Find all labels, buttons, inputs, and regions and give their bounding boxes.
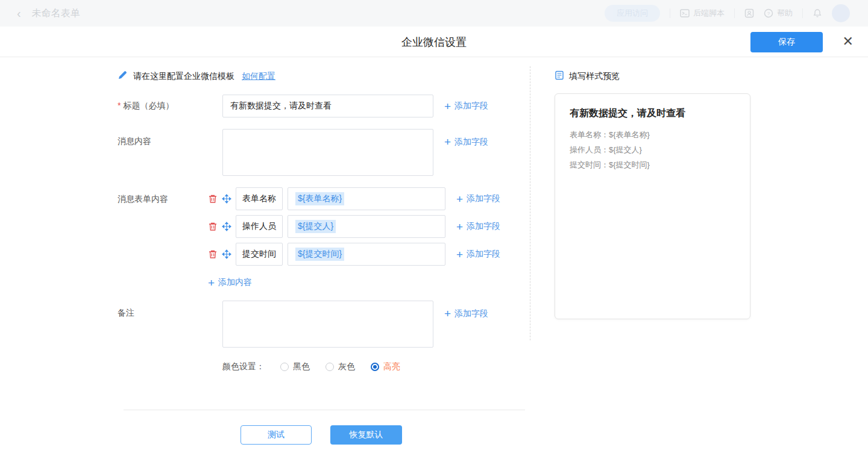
delete-icon[interactable] <box>208 222 218 231</box>
plus-icon: + <box>444 136 451 148</box>
plus-icon: + <box>444 308 451 319</box>
add-field-link-row2[interactable]: + 添加字段 <box>456 221 500 233</box>
field-row-1: ${表单名称} + 添加字段 <box>208 187 500 210</box>
field-value-input[interactable]: ${提交人} <box>288 215 445 238</box>
move-icon[interactable] <box>222 249 231 259</box>
preview-card: 有新数据提交，请及时查看 表单名称：${表单名称} 操作人员：${提交人} 提交… <box>555 93 750 319</box>
field-row-3: ${提交时间} + 添加字段 <box>208 243 500 266</box>
plus-icon: + <box>456 249 463 260</box>
preview-line: 表单名称：${表单名称} <box>570 127 735 142</box>
color-setting-row: 颜色设置： 黑色 灰色 高亮 <box>222 361 525 372</box>
modal-header: 企业微信设置 保存 ✕ <box>0 27 868 57</box>
how-to-configure-link[interactable]: 如何配置 <box>242 71 275 82</box>
help-button[interactable]: ? 帮助 <box>764 8 793 19</box>
test-button[interactable]: 测试 <box>241 425 312 445</box>
field-row-2: ${提交人} + 添加字段 <box>208 215 500 238</box>
remark-label: 备注 <box>118 301 222 319</box>
title-input[interactable] <box>222 95 433 117</box>
required-mark: * <box>118 101 121 110</box>
pencil-icon <box>118 70 127 82</box>
move-icon[interactable] <box>222 222 231 231</box>
title-field-row: *标题（必填） + 添加字段 <box>118 95 525 117</box>
remark-textarea[interactable] <box>222 301 433 348</box>
preview-header: 填写样式预览 <box>555 70 750 82</box>
form-title: 未命名表单 <box>32 7 80 20</box>
radio-icon-selected <box>371 363 379 371</box>
topbar-divider <box>670 8 670 18</box>
modal-title: 企业微信设置 <box>0 27 868 57</box>
preview-line: 提交时间：${提交时间} <box>570 157 735 172</box>
field-key-input[interactable] <box>236 243 283 266</box>
preview-panel: 填写样式预览 有新数据提交，请及时查看 表单名称：${表单名称} 操作人员：${… <box>555 70 750 319</box>
add-field-link-row1[interactable]: + 添加字段 <box>456 193 500 205</box>
app-topbar: ‹ 未命名表单 应用访问 后端脚本 ? 帮助 <box>0 0 868 27</box>
close-icon[interactable]: ✕ <box>843 35 854 48</box>
delete-icon[interactable] <box>208 194 218 204</box>
section-divider <box>530 66 530 340</box>
wecom-settings-modal: 企业微信设置 保存 ✕ 请在这里配置企业微信模板 如何配置 *标题（必填） + … <box>0 27 868 456</box>
restore-default-button[interactable]: 恢复默认 <box>330 425 402 445</box>
delete-icon[interactable] <box>208 249 218 259</box>
topbar-divider <box>734 8 735 18</box>
radio-icon <box>326 363 334 371</box>
field-token: ${提交时间} <box>295 248 344 261</box>
help-icon: ? <box>764 8 773 18</box>
footer-divider <box>124 410 525 410</box>
config-form: 请在这里配置企业微信模板 如何配置 *标题（必填） + 添加字段 消息内容 + … <box>118 70 525 445</box>
field-token: ${提交人} <box>295 220 336 233</box>
footer-buttons: 测试 恢复默认 <box>118 425 525 445</box>
back-icon[interactable]: ‹ <box>17 7 21 19</box>
user-avatar[interactable] <box>832 4 850 22</box>
app-access-button[interactable]: 应用访问 <box>605 5 660 22</box>
save-button[interactable]: 保存 <box>750 32 823 52</box>
svg-text:?: ? <box>767 11 770 16</box>
remark-row: 备注 + 添加字段 <box>118 301 525 348</box>
radio-black[interactable]: 黑色 <box>280 361 310 372</box>
field-value-input[interactable]: ${表单名称} <box>288 187 445 210</box>
message-form-content-section: 消息表单内容 ${表单名称} + 添加字段 <box>118 187 525 270</box>
add-field-link-remark[interactable]: + 添加字段 <box>444 308 488 319</box>
message-content-label: 消息内容 <box>118 129 222 147</box>
field-token: ${表单名称} <box>295 192 344 205</box>
help-label: 帮助 <box>777 8 793 19</box>
title-field-label: *标题（必填） <box>118 101 222 111</box>
plus-icon: + <box>456 193 463 205</box>
bell-icon[interactable] <box>813 8 822 18</box>
add-field-link-title[interactable]: + 添加字段 <box>444 101 488 112</box>
config-hint: 请在这里配置企业微信模板 如何配置 <box>118 70 525 82</box>
plus-icon: + <box>444 101 451 112</box>
field-key-input[interactable] <box>236 187 283 210</box>
topbar-divider <box>802 8 803 18</box>
radio-gray[interactable]: 灰色 <box>326 361 355 372</box>
hint-text: 请在这里配置企业微信模板 <box>133 71 234 82</box>
plus-icon: + <box>456 221 463 233</box>
add-field-link-message[interactable]: + 添加字段 <box>444 136 488 148</box>
plus-icon: + <box>208 277 215 289</box>
backend-script-label: 后端脚本 <box>693 8 725 19</box>
radio-icon <box>280 363 289 371</box>
script-icon <box>680 8 690 18</box>
message-form-content-label: 消息表单内容 <box>118 187 222 270</box>
message-content-textarea[interactable] <box>222 129 433 176</box>
message-content-row: 消息内容 + 添加字段 <box>118 129 525 176</box>
preview-line: 操作人员：${提交人} <box>570 142 735 157</box>
add-content-link[interactable]: + 添加内容 <box>208 278 525 287</box>
document-icon <box>555 70 564 82</box>
backend-script-button[interactable]: 后端脚本 <box>680 8 725 19</box>
color-setting-label: 颜色设置： <box>222 361 265 372</box>
radio-highlight[interactable]: 高亮 <box>371 361 400 372</box>
field-key-input[interactable] <box>236 215 283 238</box>
preview-title: 填写样式预览 <box>569 71 620 82</box>
contact-icon[interactable] <box>744 8 754 18</box>
add-field-link-row3[interactable]: + 添加字段 <box>456 249 500 260</box>
preview-card-title: 有新数据提交，请及时查看 <box>570 107 735 120</box>
move-icon[interactable] <box>222 194 231 204</box>
field-value-input[interactable]: ${提交时间} <box>288 243 445 266</box>
